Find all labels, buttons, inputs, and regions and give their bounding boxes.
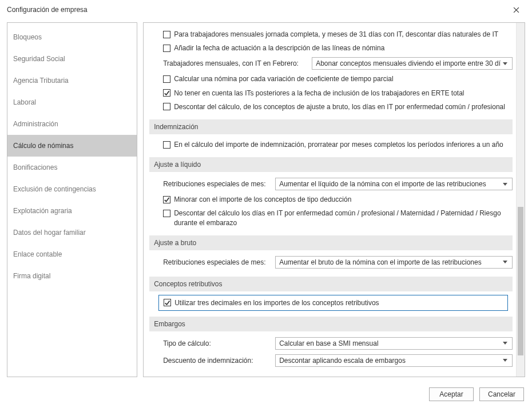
select-retribuciones-liquido[interactable]: Aumentar el líquido de la nómina con el …	[275, 178, 513, 190]
field-label: Retribuciones especiales de mes:	[163, 180, 269, 188]
sidebar-item-label: Agencia Tributaria	[13, 77, 69, 85]
field-row-descuento-indemnizacion: Descuento de indemnización: Descontar ap…	[149, 352, 513, 369]
sidebar-item-firma-digital[interactable]: Firma digital	[7, 265, 137, 287]
scrollbar[interactable]	[516, 23, 525, 377]
select-retribuciones-bruto[interactable]: Aumentar el bruto de la nómina con el im…	[275, 256, 513, 269]
sidebar-item-calculo-nominas[interactable]: Cálculo de nóminas	[7, 135, 137, 157]
checkbox-label: Utilizar tres decimales en los importes …	[174, 299, 503, 307]
checkbox-label: Descontar del cálculo, de los conceptos …	[174, 102, 513, 111]
select-descuento-indemnizacion[interactable]: Descontar aplicando escala de embargos	[275, 354, 513, 367]
chevron-down-icon	[501, 359, 510, 362]
sidebar-item-label: Bonificaciones	[13, 163, 57, 171]
sidebar-item-label: Explotación agraria	[13, 207, 72, 215]
field-row-retrib-bruto: Retribuciones especiales de mes: Aumenta…	[149, 254, 513, 271]
checkbox-fecha-actuacion[interactable]	[163, 45, 170, 52]
checkbox-label: Para trabajadores mensuales jornada comp…	[174, 30, 513, 39]
checkbox-minorar-deduccion[interactable]	[163, 196, 170, 203]
select-value: Calcular en base a SMI mensual	[279, 339, 501, 347]
accept-button[interactable]: Aceptar	[429, 387, 474, 401]
sidebar-item-agencia-tributaria[interactable]: Agencia Tributaria	[7, 70, 137, 91]
select-value: Descontar aplicando escala de embargos	[279, 357, 501, 365]
sidebar-item-label: Cálculo de nóminas	[13, 142, 73, 150]
checkbox-label: Añadir la fecha de actuación a la descri…	[174, 43, 513, 53]
check-row: Minorar con el importe de los conceptos …	[149, 193, 513, 206]
checkbox-label: No tener en cuenta las ITs posteriores a…	[174, 89, 513, 98]
field-label: Retribuciones especiales de mes:	[163, 258, 269, 266]
field-row-trabajadores-febrero: Trabajadores mensuales, con IT en Febrer…	[149, 55, 513, 72]
checkbox-its-posteriores-erte[interactable]	[163, 89, 170, 97]
field-label: Tipo de cálculo:	[163, 339, 269, 347]
content-panel: Para trabajadores mensuales jornada comp…	[143, 22, 525, 377]
check-row: Descontar del cálculo, de los conceptos …	[149, 100, 513, 114]
dialog-footer: Aceptar Cancelar	[0, 382, 532, 408]
chevron-down-icon	[501, 62, 510, 65]
sidebar: Bloqueos Seguridad Social Agencia Tribut…	[7, 22, 137, 377]
sidebar-item-datos-hogar[interactable]: Datos del hogar familiar	[7, 222, 137, 243]
chevron-down-icon	[501, 342, 510, 345]
sidebar-item-exclusion-contingencias[interactable]: Exclusión de contingencias	[7, 178, 137, 200]
button-label: Aceptar	[439, 390, 463, 398]
section-embargos: Embargos	[149, 317, 513, 331]
sidebar-item-bonificaciones[interactable]: Bonificaciones	[7, 157, 137, 178]
content-scroll: Para trabajadores mensuales jornada comp…	[144, 23, 516, 377]
field-label: Trabajadores mensuales, con IT en Febrer…	[163, 59, 306, 67]
section-indemnizacion: Indemnización	[149, 119, 513, 134]
sidebar-item-label: Exclusión de contingencias	[13, 185, 96, 193]
main-area: Bloqueos Seguridad Social Agencia Tribut…	[0, 19, 532, 382]
checkbox-label: En el cálculo del importe de indemnizaci…	[174, 140, 513, 149]
check-row: En el cálculo del importe de indemnizaci…	[149, 138, 513, 151]
checkbox-indemnizacion-prorratear[interactable]	[163, 141, 170, 149]
select-value: Aumentar el líquido de la nómina con el …	[279, 180, 501, 188]
field-row-retrib-liquido: Retribuciones especiales de mes: Aumenta…	[149, 175, 513, 193]
checkbox-descontar-ajuste-bruto-it[interactable]	[163, 103, 170, 110]
chevron-down-icon	[501, 261, 510, 263]
sidebar-item-bloqueos[interactable]: Bloqueos	[7, 26, 137, 48]
check-row: Descontar del cálculo los días en IT por…	[149, 206, 513, 229]
close-button[interactable]	[506, 2, 526, 17]
select-value: Abonar conceptos mensuales diviendo el i…	[316, 59, 501, 67]
sidebar-item-label: Seguridad Social	[13, 55, 65, 63]
checkbox-descontar-dias-it[interactable]	[163, 210, 170, 217]
sidebar-item-label: Firma digital	[13, 272, 50, 280]
highlighted-option: Utilizar tres decimales en los importes …	[158, 295, 508, 311]
select-trabajadores-febrero[interactable]: Abonar conceptos mensuales diviendo el i…	[312, 57, 513, 70]
check-row: Calcular una nómina por cada variación d…	[149, 72, 513, 86]
checkbox-label: Descontar del cálculo los días en IT por…	[174, 209, 513, 227]
chevron-down-icon	[501, 183, 510, 186]
checkbox-label: Calcular una nómina por cada variación d…	[174, 74, 513, 83]
button-label: Cancelar	[488, 390, 515, 398]
sidebar-item-explotacion-agraria[interactable]: Explotación agraria	[7, 200, 137, 222]
window-titlebar: Configuración de empresa	[0, 0, 532, 19]
section-ajuste-bruto: Ajuste a bruto	[149, 235, 513, 250]
section-ajuste-liquido: Ajuste a líquido	[149, 157, 513, 172]
check-row: No tener en cuenta las ITs posteriores a…	[149, 86, 513, 100]
field-row-tipo-calculo: Tipo de cálculo: Calcular en base a SMI …	[149, 335, 513, 352]
check-row: Añadir la fecha de actuación a la descri…	[149, 41, 513, 55]
cancel-button[interactable]: Cancelar	[479, 387, 524, 401]
sidebar-item-label: Laboral	[13, 98, 36, 106]
checkbox-trabajadores-mensuales-it[interactable]	[163, 31, 170, 38]
close-icon	[513, 7, 519, 13]
select-tipo-calculo[interactable]: Calcular en base a SMI mensual	[275, 337, 513, 350]
sidebar-item-label: Bloqueos	[13, 33, 42, 41]
check-row: Para trabajadores mensuales jornada comp…	[149, 27, 513, 41]
sidebar-item-laboral[interactable]: Laboral	[7, 91, 137, 113]
select-value: Aumentar el bruto de la nómina con el im…	[279, 258, 501, 266]
sidebar-item-label: Administración	[13, 120, 58, 128]
sidebar-item-administracion[interactable]: Administración	[7, 113, 137, 135]
scrollbar-thumb[interactable]	[518, 207, 523, 355]
checkbox-label: Minorar con el importe de los conceptos …	[174, 195, 513, 204]
field-label: Descuento de indemnización:	[163, 357, 269, 365]
checkbox-tres-decimales[interactable]	[164, 299, 171, 306]
sidebar-item-seguridad-social[interactable]: Seguridad Social	[7, 48, 137, 70]
checkbox-nomina-por-variacion[interactable]	[163, 75, 170, 83]
sidebar-item-label: Enlace contable	[13, 250, 62, 258]
sidebar-item-enlace-contable[interactable]: Enlace contable	[7, 243, 137, 265]
section-conceptos-retributivos: Conceptos retributivos	[149, 277, 513, 291]
window-title: Configuración de empresa	[7, 6, 88, 14]
sidebar-item-label: Datos del hogar familiar	[13, 229, 86, 237]
